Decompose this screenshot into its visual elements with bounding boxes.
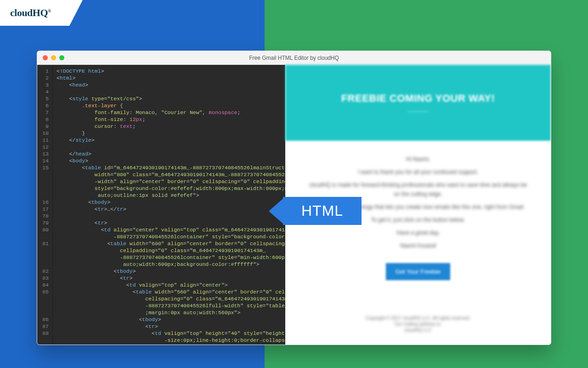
html-callout: HTML (269, 197, 362, 225)
preview-p6: Naomi Assaraf (308, 241, 528, 250)
preview-p2: cloudHQ is made for forward-thinking pro… (308, 180, 528, 199)
close-icon[interactable] (43, 55, 48, 60)
footer-line2: Our mailing address is: (304, 322, 532, 327)
window-title: Free Gmail HTML Editor by cloudHQ (37, 55, 551, 61)
footer-line1: Copyright © 2017 cloudHQ LLC. All rights… (304, 316, 532, 321)
callout-label: HTML (283, 197, 362, 225)
window-controls (37, 55, 64, 60)
preview-hero: FREEBIE COMING YOUR WAY! ———— (285, 65, 551, 141)
callout-arrow-icon (269, 198, 283, 224)
brand-corner: cloudHQ® (0, 0, 83, 26)
brand-name: cloudHQ (10, 7, 48, 18)
preview-footer: Copyright © 2017 cloudHQ LLC. All rights… (285, 307, 551, 345)
brand-logo-text: cloudHQ® (10, 7, 51, 19)
preview-greeting: Hi Naomi, (308, 155, 528, 164)
code-content[interactable]: <!DOCTYPE html><html> <head> <style type… (53, 65, 285, 345)
preview-p1: I want to thank you for all your continu… (308, 167, 528, 177)
brand-registered: ® (48, 8, 51, 13)
window-titlebar[interactable]: Free Gmail HTML Editor by cloudHQ (37, 51, 551, 65)
footer-line3: cloudHQ LLC (304, 328, 532, 333)
code-editor[interactable]: 1234567891011121314151617787980818283848… (37, 65, 285, 345)
hero-subtitle: ———— (408, 108, 428, 114)
line-number-gutter: 1234567891011121314151617787980818283848… (37, 65, 53, 345)
preview-cta-button[interactable]: Get Your Freebie (386, 263, 450, 280)
preview-p5: Have a great day, (308, 228, 528, 237)
hero-title: FREEBIE COMING YOUR WAY! (341, 92, 495, 104)
minimize-icon[interactable] (51, 55, 56, 60)
zoom-icon[interactable] (59, 55, 64, 60)
